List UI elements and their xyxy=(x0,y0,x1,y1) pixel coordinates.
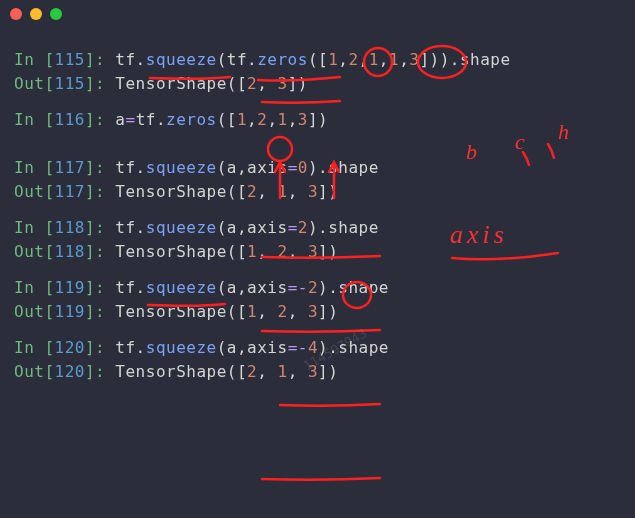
out-line: Out[115]: TensorShape([2, 3]) xyxy=(14,72,621,96)
in-line: In [119]: tf.squeeze(a,axis=-2).shape xyxy=(14,276,621,300)
terminal-window: In [115]: tf.squeeze(tf.zeros([1,2,1,1,3… xyxy=(0,0,635,518)
close-icon[interactable] xyxy=(10,8,22,20)
in-line: In [116]: a=tf.zeros([1,2,1,3]) xyxy=(14,108,621,132)
annot-h: h xyxy=(558,115,569,148)
in-line: In [117]: tf.squeeze(a,axis=0).shape xyxy=(14,156,621,180)
in-line: In [115]: tf.squeeze(tf.zeros([1,2,1,1,3… xyxy=(14,48,621,72)
out-line: Out[118]: TensorShape([1, 2, 3]) xyxy=(14,240,621,264)
annot-b: b xyxy=(466,135,477,168)
minimize-icon[interactable] xyxy=(30,8,42,20)
titlebar xyxy=(0,0,635,38)
in-line: In [118]: tf.squeeze(a,axis=2).shape xyxy=(14,216,621,240)
out-line: Out[117]: TensorShape([2, 1, 3]) xyxy=(14,180,621,204)
code-content: In [115]: tf.squeeze(tf.zeros([1,2,1,1,3… xyxy=(0,38,635,394)
out-line: Out[119]: TensorShape([1, 2, 3]) xyxy=(14,300,621,324)
annot-axis: axis xyxy=(450,215,508,254)
maximize-icon[interactable] xyxy=(50,8,62,20)
annot-c: c xyxy=(515,125,525,158)
